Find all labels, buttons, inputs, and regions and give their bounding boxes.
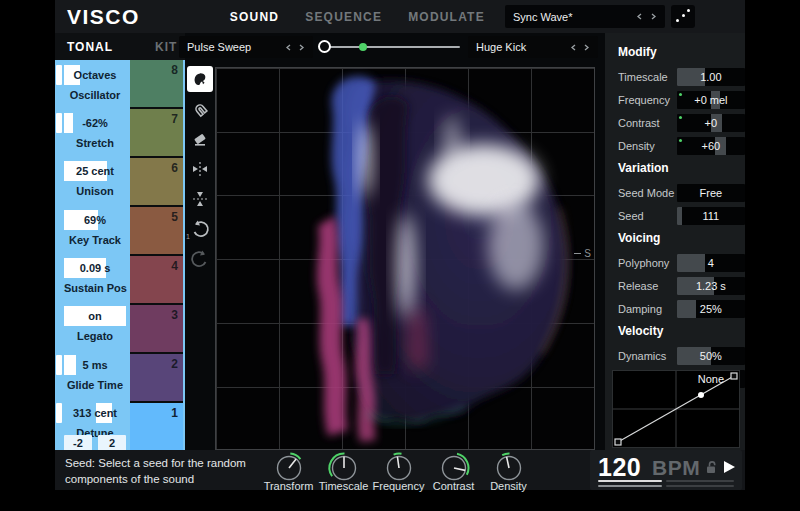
draw-tool-button[interactable]: [187, 66, 213, 92]
transport-box: 120 BPM: [590, 450, 742, 490]
morph-target-selector[interactable]: Huge Kick: [468, 36, 598, 58]
knob-timescale[interactable]: Timescale: [316, 451, 371, 492]
param-value: Octaves: [64, 65, 126, 85]
transport-bar[interactable]: [598, 480, 662, 482]
prev-patch-icon[interactable]: [636, 13, 643, 20]
param-handle[interactable]: [56, 403, 62, 423]
model-field[interactable]: None: [677, 370, 745, 388]
tab-tonal[interactable]: TONAL: [67, 40, 113, 54]
morph-slider[interactable]: [318, 36, 466, 58]
morph-source-selector[interactable]: Pulse Sweep: [179, 36, 313, 58]
mod-indicator-dot: [679, 93, 682, 96]
left-panel-tabs: TONAL KIT: [55, 33, 185, 60]
morph-source-name: Pulse Sweep: [187, 41, 285, 53]
damping-field[interactable]: 25%: [677, 300, 745, 318]
tonal-parameters-panel: Octaves Oscillator -62% Stretch 25 cent …: [55, 60, 185, 450]
density-field[interactable]: +60: [677, 137, 745, 155]
param-label: Unison: [64, 185, 126, 197]
knob-timescale-dial[interactable]: [324, 451, 364, 483]
undo-count: 1: [186, 233, 190, 240]
seed-mode-field[interactable]: Free: [677, 184, 745, 202]
cell-7[interactable]: 7: [130, 109, 183, 158]
redo-icon: [190, 249, 210, 269]
param-stretch[interactable]: -62% Stretch: [64, 113, 126, 149]
cell-5[interactable]: 5: [130, 207, 183, 256]
row-frequency: Frequency +0 mel: [618, 88, 745, 111]
next-target-icon[interactable]: [583, 44, 590, 51]
knob-contrast[interactable]: Contrast: [426, 451, 481, 492]
contrast-field[interactable]: +0: [677, 114, 745, 132]
tab-sound[interactable]: SOUND: [230, 10, 279, 24]
dynamics-field[interactable]: 50%: [677, 347, 745, 365]
cell-4[interactable]: 4: [130, 256, 183, 305]
undo-button[interactable]: 1: [187, 216, 213, 242]
cell-6[interactable]: 6: [130, 158, 183, 207]
param-sustain-pos[interactable]: 0.09 s Sustain Pos: [64, 258, 126, 294]
sustain-tick: [574, 253, 581, 254]
param-unison[interactable]: 25 cent Unison: [64, 161, 126, 197]
redo-button[interactable]: [187, 246, 213, 272]
param-value: 69%: [64, 210, 126, 230]
param-oscillator[interactable]: Octaves Oscillator: [64, 65, 126, 101]
magnet-tool-button[interactable]: [187, 96, 213, 122]
spectral-canvas[interactable]: S: [215, 67, 595, 450]
param-handle[interactable]: [56, 65, 62, 85]
play-button[interactable]: [724, 461, 735, 473]
brush-icon: [191, 70, 209, 88]
param-label: Glide Time: [64, 379, 126, 391]
transport-bar[interactable]: [598, 485, 662, 487]
cell-3[interactable]: 3: [130, 305, 183, 354]
section-title-voicing: Voicing: [618, 231, 745, 245]
bpm-value[interactable]: 120: [598, 453, 641, 482]
cell-2[interactable]: 2: [130, 354, 183, 403]
timescale-field[interactable]: 1.00: [677, 68, 745, 86]
row-timescale: Timescale 1.00: [618, 65, 745, 88]
seed-field[interactable]: 111: [677, 207, 745, 225]
cell-1[interactable]: 1: [130, 403, 183, 450]
param-glide-time[interactable]: 5 ms Glide Time: [64, 355, 126, 391]
knob-density-dial[interactable]: [489, 451, 529, 483]
curve-handle-start[interactable]: [615, 439, 621, 445]
frequency-field[interactable]: +0 mel: [677, 91, 745, 109]
eraser-tool-button[interactable]: [187, 126, 213, 152]
row-damping: Damping 25%: [618, 297, 745, 320]
param-label: Oscillator: [64, 89, 126, 101]
transport-bar[interactable]: [666, 485, 734, 487]
next-source-icon[interactable]: [298, 44, 305, 51]
knob-frequency-dial[interactable]: [379, 451, 419, 483]
tab-sequence[interactable]: SEQUENCE: [305, 10, 382, 24]
prev-target-icon[interactable]: [570, 44, 577, 51]
mirror-horizontal-tool-button[interactable]: [187, 156, 213, 182]
param-key-track[interactable]: 69% Key Track: [64, 210, 126, 246]
tempo-lock-icon[interactable]: [703, 459, 719, 475]
mirror-vertical-tool-button[interactable]: [187, 186, 213, 212]
eraser-icon: [191, 130, 209, 148]
mod-indicator-dot: [679, 116, 682, 119]
morph-slider-track[interactable]: [324, 46, 460, 48]
morph-slider-handle[interactable]: [318, 40, 331, 53]
cell-8[interactable]: 8: [130, 60, 183, 109]
transport-bar[interactable]: [666, 480, 734, 482]
patch-selector[interactable]: Sync Wave*: [505, 5, 665, 28]
knob-contrast-dial[interactable]: [434, 451, 474, 483]
knob-transform[interactable]: Transform: [261, 451, 316, 492]
polyphony-field[interactable]: 4: [677, 254, 745, 272]
prev-source-icon[interactable]: [285, 44, 292, 51]
curve-point[interactable]: [698, 392, 704, 398]
knob-density[interactable]: Density: [481, 451, 536, 492]
knob-transform-dial[interactable]: [269, 451, 309, 483]
param-legato[interactable]: on Legato: [64, 306, 126, 342]
row-release: Release 1.23 s: [618, 274, 745, 297]
sound-blob[interactable]: [216, 68, 594, 449]
param-handle[interactable]: [56, 113, 62, 133]
mirror-horizontal-icon: [191, 160, 209, 178]
param-handle[interactable]: [56, 355, 62, 375]
tab-modulate[interactable]: MODULATE: [408, 10, 485, 24]
next-patch-icon[interactable]: [650, 13, 657, 20]
tab-kit[interactable]: KIT: [155, 40, 177, 54]
top-bar: VISCO SOUND SEQUENCE MODULATE MIX Sync W…: [55, 0, 745, 33]
knob-frequency[interactable]: Frequency: [371, 451, 426, 492]
randomize-button[interactable]: [671, 5, 695, 28]
release-field[interactable]: 1.23 s: [677, 277, 745, 295]
param-detune[interactable]: 313 cent Detune: [64, 403, 126, 439]
